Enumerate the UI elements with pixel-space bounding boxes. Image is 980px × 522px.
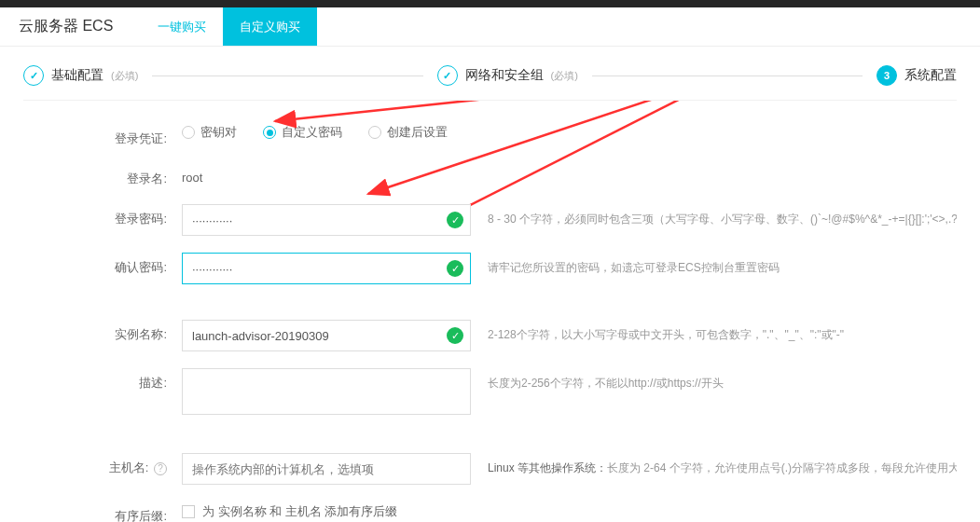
label-hostname: 主机名: ?	[51, 453, 182, 476]
tab-quick-buy[interactable]: 一键购买	[141, 7, 223, 46]
label-description: 描述:	[51, 368, 182, 392]
step-label: 系统配置	[904, 67, 957, 84]
step-system-config[interactable]: 3 系统配置	[876, 65, 957, 86]
header: 云服务器 ECS 一键购买 自定义购买	[0, 7, 980, 47]
help-icon[interactable]: ?	[154, 462, 167, 475]
hint-confirm-password: 请牢记您所设置的密码，如遗忘可登录ECS控制台重置密码	[488, 253, 957, 276]
input-wrap-description	[182, 368, 471, 418]
form-area: 登录凭证: 密钥对 自定义密码 创建后设置 登录名: root 登录密码: ✓	[23, 100, 957, 522]
step-label: 基础配置	[51, 67, 104, 84]
tab-custom-buy[interactable]: 自定义购买	[223, 7, 317, 46]
row-login-password: 登录密码: ✓ 8 - 30 个字符，必须同时包含三项（大写字母、小写字母、数字…	[51, 204, 957, 236]
step-number-icon: 3	[876, 65, 897, 86]
row-hostname: 主机名: ? Linux 等其他操作系统：长度为 2-64 个字符，允许使用点号…	[51, 453, 957, 485]
step-network-security[interactable]: ✓ 网络和安全组 (必填)	[437, 65, 578, 86]
input-wrap-instance: ✓	[182, 320, 471, 351]
window-topbar	[0, 0, 980, 7]
description-input[interactable]	[182, 368, 471, 415]
instance-name-input[interactable]	[182, 320, 471, 351]
row-login-credential: 登录凭证: 密钥对 自定义密码 创建后设置	[51, 124, 957, 147]
row-login-name: 登录名: root	[51, 164, 957, 187]
radio-custom-password[interactable]: 自定义密码	[263, 124, 342, 141]
label-login-name: 登录名:	[51, 164, 182, 187]
input-wrap-confirm: ✓	[182, 253, 471, 284]
check-icon: ✓	[447, 212, 463, 228]
radio-label: 密钥对	[200, 124, 237, 141]
step-required: (必填)	[111, 69, 138, 83]
step-divider	[592, 76, 863, 76]
checkbox-icon	[182, 505, 195, 518]
radio-group-credential: 密钥对 自定义密码 创建后设置	[182, 124, 448, 141]
radio-label: 自定义密码	[282, 124, 342, 141]
product-title: 云服务器 ECS	[19, 17, 113, 36]
step-basic-config[interactable]: ✓ 基础配置 (必填)	[23, 65, 138, 86]
check-icon: ✓	[447, 327, 463, 344]
hint-instance-name: 2-128个字符，以大小写字母或中文开头，可包含数字，"."、"_"、":"或"…	[488, 320, 957, 343]
hint-password: 8 - 30 个字符，必须同时包含三项（大写字母、小写字母、数字、()`~!@#…	[488, 204, 957, 227]
value-login-name: root	[182, 164, 202, 185]
hostname-input[interactable]	[182, 453, 471, 485]
label-confirm-password: 确认密码:	[51, 253, 182, 276]
label-ordered-suffix: 有序后缀:	[51, 501, 182, 522]
label-instance-name: 实例名称:	[51, 320, 182, 343]
hint-hostname: Linux 等其他操作系统：长度为 2-64 个字符，允许使用点号(.)分隔字符…	[488, 453, 957, 476]
row-instance-name: 实例名称: ✓ 2-128个字符，以大小写字母或中文开头，可包含数字，"."、"…	[51, 320, 957, 351]
hint-description: 长度为2-256个字符，不能以http://或https://开头	[488, 368, 957, 392]
svg-line-1	[275, 101, 732, 121]
radio-icon	[182, 126, 195, 139]
check-icon: ✓	[437, 65, 458, 86]
step-divider	[152, 76, 422, 76]
check-icon: ✓	[23, 65, 44, 86]
row-confirm-password: 确认密码: ✓ 请牢记您所设置的密码，如遗忘可登录ECS控制台重置密码	[51, 253, 957, 284]
row-description: 描述: 长度为2-256个字符，不能以http://或https://开头	[51, 368, 957, 418]
radio-keypair[interactable]: 密钥对	[182, 124, 237, 141]
radio-label: 创建后设置	[387, 124, 448, 141]
step-required: (必填)	[551, 69, 578, 83]
input-wrap-password: ✓	[182, 204, 471, 236]
password-input[interactable]	[182, 204, 471, 236]
checkbox-label: 为 实例名称 和 主机名 添加有序后缀	[202, 503, 397, 520]
purchase-tabs: 一键购买 自定义购买	[141, 7, 317, 46]
confirm-password-input[interactable]	[182, 253, 471, 284]
radio-icon	[263, 126, 276, 139]
label-login-credential: 登录凭证:	[51, 124, 182, 147]
radio-set-later[interactable]: 创建后设置	[368, 124, 448, 141]
checkbox-wrap-suffix[interactable]: 为 实例名称 和 主机名 添加有序后缀	[182, 501, 397, 520]
label-login-password: 登录密码:	[51, 204, 182, 227]
row-ordered-suffix: 有序后缀: 为 实例名称 和 主机名 添加有序后缀	[51, 501, 957, 522]
progress-steps: ✓ 基础配置 (必填) ✓ 网络和安全组 (必填) 3 系统配置	[0, 47, 980, 100]
step-label: 网络和安全组	[465, 67, 544, 84]
radio-icon	[368, 126, 381, 139]
check-icon: ✓	[447, 260, 463, 277]
input-wrap-hostname	[182, 453, 471, 485]
